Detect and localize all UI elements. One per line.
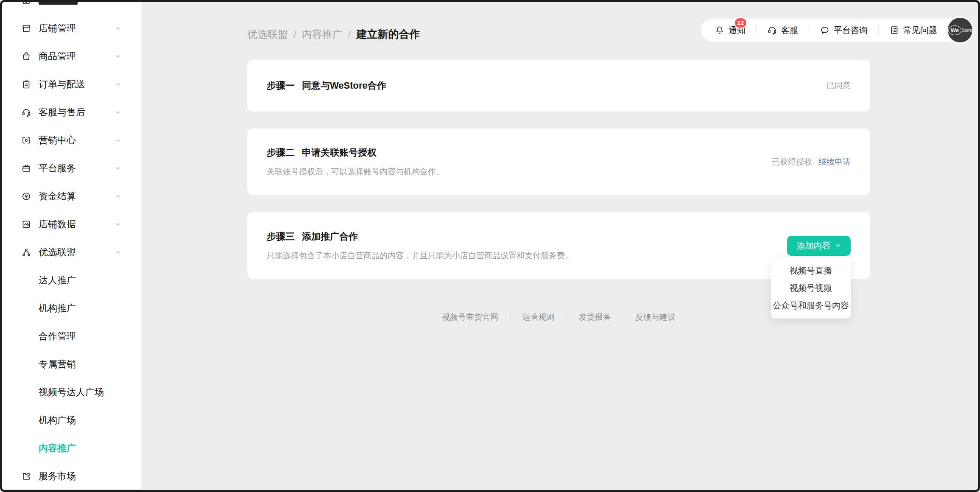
chevron-down-icon bbox=[114, 81, 122, 88]
sidebar-item-label: 优选联盟 bbox=[39, 246, 76, 259]
step1-title-text: 同意与WeStore合作 bbox=[302, 80, 386, 91]
sidebar-item-label: 资金结算 bbox=[39, 190, 76, 203]
step2-right: 已获得授权 继续申请 bbox=[772, 157, 851, 168]
sidebar-item-store-data[interactable]: 店铺数据 bbox=[2, 210, 141, 238]
step2-description: 关联账号授权后，可以选择账号内容与机构合作。 bbox=[267, 166, 444, 177]
chevron-down-icon bbox=[835, 242, 841, 249]
briefcase-icon bbox=[21, 163, 31, 173]
step3-title-text: 添加推广合作 bbox=[302, 231, 358, 242]
breadcrumb-separator: / bbox=[348, 28, 351, 40]
breadcrumb: 优选联盟 / 内容推广 / 建立新的合作 bbox=[247, 27, 420, 41]
header-actions: 通知 12 客服 平台咨询 常见问题 We Store bbox=[701, 19, 973, 42]
sidebar-item-orders-delivery[interactable]: 订单与配送 bbox=[2, 70, 141, 98]
sidebar-item-label: 订单与配送 bbox=[39, 78, 85, 91]
yen-coin-icon bbox=[21, 191, 31, 201]
add-content-label: 添加内容 bbox=[797, 240, 831, 252]
sidebar-item-agency-promotion[interactable]: 机构推广 bbox=[2, 294, 141, 322]
ticket-icon bbox=[21, 135, 31, 145]
sidebar-item-funds-settlement[interactable]: 资金结算 bbox=[2, 182, 141, 210]
network-icon bbox=[21, 247, 31, 257]
sidebar-item-preferred-alliance[interactable]: 优选联盟 bbox=[2, 238, 141, 266]
divider bbox=[567, 313, 567, 321]
sidebar-item-label: 平台服务 bbox=[39, 162, 76, 175]
step3-title: 步骤三添加推广合作 bbox=[267, 230, 573, 243]
chevron-down-icon bbox=[114, 249, 122, 256]
sidebar-item-label: 店铺数据 bbox=[39, 218, 76, 231]
step2-title: 步骤二申请关联账号授权 bbox=[267, 146, 444, 159]
sidebar-item-content-promotion-active[interactable]: 内容推广 bbox=[2, 434, 141, 462]
platform-consult-button[interactable]: 平台咨询 bbox=[820, 25, 868, 36]
faq-button[interactable]: 常见问题 bbox=[889, 25, 937, 36]
notifications-button[interactable]: 通知 12 bbox=[715, 25, 745, 36]
divider bbox=[756, 25, 757, 35]
step1-number: 步骤一 bbox=[267, 80, 295, 91]
step2-status: 已获得授权 bbox=[772, 157, 812, 168]
step2-number: 步骤二 bbox=[267, 147, 295, 158]
chevron-down-icon bbox=[114, 165, 122, 172]
bell-icon bbox=[715, 25, 725, 35]
sidebar-item-partial[interactable] bbox=[2, 2, 141, 14]
sidebar-item-label: 客服与售后 bbox=[39, 106, 85, 119]
sidebar-item-label: 内容推广 bbox=[39, 442, 76, 455]
customer-support-label: 客服 bbox=[781, 25, 798, 36]
step3-description: 只能选择包含了本小店自营商品的内容，并且只能为小店自营商品设置和支付服务费。 bbox=[267, 250, 573, 261]
breadcrumb-separator: / bbox=[293, 28, 296, 40]
step3-card: 步骤三添加推广合作 只能选择包含了本小店自营商品的内容，并且只能为小店自营商品设… bbox=[247, 212, 870, 279]
sidebar-item-creator-promotion[interactable]: 达人推广 bbox=[2, 266, 141, 294]
clipboard-icon bbox=[21, 79, 31, 89]
chevron-down-icon bbox=[114, 25, 122, 32]
page-title: 建立新的合作 bbox=[356, 27, 420, 41]
sidebar-item-agency-plaza[interactable]: 机构广场 bbox=[2, 406, 141, 434]
menu-item-official-account-content[interactable]: 公众号和服务号内容 bbox=[771, 297, 851, 314]
customer-support-button[interactable]: 客服 bbox=[767, 25, 798, 36]
sidebar-item-label: 专属营销 bbox=[39, 358, 76, 371]
faq-label: 常见问题 bbox=[903, 25, 937, 36]
platform-consult-label: 平台咨询 bbox=[834, 25, 868, 36]
breadcrumb-preferred-alliance[interactable]: 优选联盟 bbox=[247, 28, 288, 41]
grid-icon bbox=[21, 2, 31, 6]
sidebar-item-marketing-center[interactable]: 营销中心 bbox=[2, 126, 141, 154]
sidebar: 店铺管理 商品管理 订单与配送 客服与售后 营销中心 平台服务 bbox=[2, 2, 141, 489]
headset-icon bbox=[767, 25, 777, 35]
step3-number: 步骤三 bbox=[267, 231, 295, 242]
chart-icon bbox=[21, 219, 31, 229]
step2-text: 步骤二申请关联账号授权 关联账号授权后，可以选择账号内容与机构合作。 bbox=[267, 146, 444, 177]
chevron-down-icon bbox=[114, 109, 122, 116]
main-content: 步骤一同意与WeStore合作 已同意 步骤二申请关联账号授权 关联账号授权后，… bbox=[247, 0, 870, 323]
menu-item-channels-video[interactable]: 视频号视频 bbox=[771, 280, 851, 297]
chevron-down-icon bbox=[114, 53, 122, 60]
sidebar-item-service-market[interactable]: 服务市场 bbox=[2, 462, 141, 489]
chevron-down-icon bbox=[114, 193, 122, 200]
account-avatar[interactable]: We Store bbox=[946, 17, 974, 44]
step1-title: 步骤一同意与WeStore合作 bbox=[267, 79, 386, 92]
chevron-down-icon bbox=[114, 221, 122, 228]
footer-link-feedback[interactable]: 反馈与建议 bbox=[635, 312, 676, 323]
notification-badge: 12 bbox=[734, 17, 747, 28]
sidebar-item-product-management[interactable]: 商品管理 bbox=[2, 42, 141, 70]
sidebar-item-label: 商品管理 bbox=[39, 50, 76, 63]
sidebar-item-store-management[interactable]: 店铺管理 bbox=[2, 14, 141, 42]
sidebar-item-cooperation-management[interactable]: 合作管理 bbox=[2, 322, 141, 350]
menu-item-channels-live[interactable]: 视频号直播 bbox=[771, 262, 851, 280]
sidebar-item-label: 视频号达人广场 bbox=[39, 386, 104, 399]
sidebar-item-exclusive-marketing[interactable]: 专属营销 bbox=[2, 350, 141, 378]
footer-link-official-site[interactable]: 视频号带货官网 bbox=[442, 312, 498, 323]
continue-apply-link[interactable]: 继续申请 bbox=[818, 157, 851, 168]
avatar-logo-we: We bbox=[948, 25, 961, 35]
document-list-icon bbox=[889, 25, 899, 35]
storefront-icon bbox=[21, 23, 31, 34]
sidebar-item-customer-service[interactable]: 客服与售后 bbox=[2, 98, 141, 126]
step2-card: 步骤二申请关联账号授权 关联账号授权后，可以选择账号内容与机构合作。 已获得授权… bbox=[247, 129, 870, 195]
sidebar-item-label: 营销中心 bbox=[39, 134, 76, 147]
add-content-button[interactable]: 添加内容 bbox=[787, 236, 851, 256]
sidebar-item-channels-creator-plaza[interactable]: 视频号达人广场 bbox=[2, 378, 141, 406]
sidebar-item-platform-services[interactable]: 平台服务 bbox=[2, 154, 141, 182]
sidebar-item-label: 服务市场 bbox=[39, 470, 76, 483]
breadcrumb-content-promotion[interactable]: 内容推广 bbox=[302, 28, 343, 41]
footer-link-shipping-report[interactable]: 发货报备 bbox=[579, 312, 611, 323]
divider bbox=[809, 25, 809, 35]
add-content-dropdown-menu: 视频号直播 视频号视频 公众号和服务号内容 bbox=[771, 258, 851, 319]
step2-title-text: 申请关联账号授权 bbox=[302, 147, 377, 158]
divider bbox=[878, 25, 879, 35]
footer-link-operation-rules[interactable]: 运营规则 bbox=[522, 312, 555, 323]
